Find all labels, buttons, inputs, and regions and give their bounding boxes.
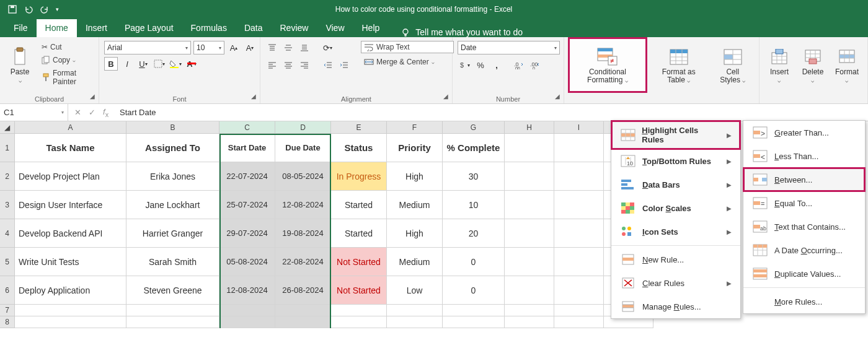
cell-D8[interactable] — [275, 316, 331, 328]
paste-button[interactable]: Paste⌵ — [5, 38, 35, 92]
col-header-f[interactable]: F — [387, 121, 443, 134]
tab-formulas[interactable]: Formulas — [182, 19, 236, 37]
orientation-icon[interactable]: ⟳▾ — [321, 41, 335, 54]
cell-B3[interactable]: Jane Lockhart — [126, 191, 219, 219]
increase-font-icon[interactable]: A▴ — [227, 41, 241, 54]
row-header-8[interactable]: 8 — [0, 316, 15, 328]
cancel-formula-icon[interactable]: ✕ — [74, 108, 81, 117]
cell-C6[interactable]: 12-08-2024 — [219, 276, 275, 305]
format-as-table-button[interactable]: Format as Table ⌵ — [650, 38, 708, 92]
row-header-3[interactable]: 3 — [0, 191, 15, 219]
cell-E4[interactable]: Started — [331, 219, 387, 248]
cell-H8[interactable] — [505, 316, 554, 328]
col-header-d[interactable]: D — [275, 121, 331, 134]
cell-C3[interactable]: 25-07-2024 — [219, 191, 275, 219]
menu-icon-sets[interactable]: Icon Sets ▶ — [611, 220, 740, 243]
row-header-5[interactable]: 5 — [0, 248, 15, 276]
col-header-g[interactable]: G — [443, 121, 505, 134]
col-header-a[interactable]: A — [15, 121, 126, 134]
format-cells-button[interactable]: Format⌵ — [831, 38, 862, 92]
align-middle-icon[interactable] — [281, 41, 295, 54]
cell-I4[interactable] — [554, 219, 604, 248]
cell-F1[interactable]: Priority — [387, 134, 443, 162]
col-header-e[interactable]: E — [331, 121, 387, 134]
row-header-2[interactable]: 2 — [0, 162, 15, 191]
cell-A6[interactable]: Deploy Application — [15, 276, 126, 305]
cell-B7[interactable] — [126, 305, 219, 316]
cell-E2[interactable]: In Progress — [331, 162, 387, 191]
cell-I1[interactable] — [554, 134, 604, 162]
menu-text-contains[interactable]: ab Text that Contains... — [743, 215, 865, 238]
align-right-icon[interactable] — [298, 58, 311, 72]
cell-E1[interactable]: Status — [331, 134, 387, 162]
borders-button[interactable]: ▾ — [153, 57, 166, 71]
menu-equal-to[interactable]: = Equal To... — [743, 191, 865, 215]
cell-D3[interactable]: 12-08-2024 — [275, 191, 331, 219]
cell-F4[interactable]: High — [387, 219, 443, 248]
cell-E8[interactable] — [331, 316, 387, 328]
cell-B6[interactable]: Steven Greene — [126, 276, 219, 305]
cell-E7[interactable] — [331, 305, 387, 316]
cell-B4[interactable]: Harriet Granger — [126, 219, 219, 248]
percent-format-icon[interactable]: % — [474, 58, 487, 72]
italic-button[interactable]: I — [120, 57, 134, 71]
row-header-7[interactable]: 7 — [0, 305, 15, 316]
cell-styles-button[interactable]: Cell Styles ⌵ — [712, 38, 754, 92]
cell-I2[interactable] — [554, 162, 604, 191]
align-left-icon[interactable] — [265, 58, 279, 72]
decrease-indent-icon[interactable] — [321, 58, 335, 72]
cell-E6[interactable]: Not Started — [331, 276, 387, 305]
cell-G4[interactable]: 20 — [443, 219, 505, 248]
font-color-button[interactable]: A▾ — [185, 57, 198, 71]
cell-A7[interactable] — [15, 305, 126, 316]
menu-between[interactable]: Between... — [743, 168, 865, 191]
enter-formula-icon[interactable]: ✓ — [89, 108, 95, 117]
cell-I5[interactable] — [554, 248, 604, 276]
tab-page-layout[interactable]: Page Layout — [116, 19, 182, 37]
col-header-i[interactable]: I — [554, 121, 604, 134]
cell-B8[interactable] — [126, 316, 219, 328]
tab-help[interactable]: Help — [353, 19, 389, 37]
cell-G5[interactable]: 0 — [443, 248, 505, 276]
menu-manage-rules[interactable]: Manage Rules... — [611, 295, 740, 318]
fill-color-button[interactable]: ▾ — [169, 57, 182, 71]
cell-C4[interactable]: 29-07-2024 — [219, 219, 275, 248]
align-top-icon[interactable] — [265, 41, 279, 54]
alignment-dialog-launcher[interactable]: ◢ — [441, 93, 450, 102]
col-header-c[interactable]: C — [219, 121, 275, 134]
conditional-formatting-button[interactable]: ≠ Conditional Formatting ⌵ — [569, 38, 646, 92]
select-all-corner[interactable]: ◢ — [0, 121, 15, 134]
menu-duplicate-values[interactable]: Duplicate Values... — [743, 262, 865, 285]
cell-A8[interactable] — [15, 316, 126, 328]
formula-bar[interactable]: Start Date — [115, 108, 868, 117]
cell-A3[interactable]: Design User Interface — [15, 191, 126, 219]
cell-G1[interactable]: % Complete — [443, 134, 505, 162]
cell-G3[interactable]: 10 — [443, 191, 505, 219]
bold-button[interactable]: B — [104, 57, 118, 71]
name-box[interactable]: C1▾ — [0, 104, 68, 121]
cell-F6[interactable]: Low — [387, 276, 443, 305]
cell-D1[interactable]: Due Date — [275, 134, 331, 162]
save-icon[interactable] — [7, 4, 17, 14]
cell-D7[interactable] — [275, 305, 331, 316]
cell-H6[interactable] — [505, 276, 554, 305]
tab-insert[interactable]: Insert — [77, 19, 116, 37]
font-name-combo[interactable]: Arial▾ — [104, 41, 191, 54]
menu-data-bars[interactable]: Data Bars ▶ — [611, 173, 740, 196]
cell-F8[interactable] — [387, 316, 443, 328]
cell-G6[interactable]: 0 — [443, 276, 505, 305]
menu-date-occurring[interactable]: A Date Occurring... — [743, 238, 865, 262]
cell-A1[interactable]: Task Name — [15, 134, 126, 162]
delete-cells-button[interactable]: Delete⌵ — [798, 38, 828, 92]
cell-A5[interactable]: Write Unit Tests — [15, 248, 126, 276]
cell-I7[interactable] — [554, 305, 604, 316]
cell-D6[interactable]: 26-08-2024 — [275, 276, 331, 305]
menu-color-scales[interactable]: Color Scales ▶ — [611, 196, 740, 220]
font-dialog-launcher[interactable]: ◢ — [249, 93, 258, 102]
tab-file[interactable]: File — [5, 19, 37, 37]
cell-D4[interactable]: 19-08-2024 — [275, 219, 331, 248]
row-header-1[interactable]: 1 — [0, 134, 15, 162]
cell-C7[interactable] — [219, 305, 275, 316]
cell-H3[interactable] — [505, 191, 554, 219]
cell-C1[interactable]: Start Date — [219, 134, 275, 162]
